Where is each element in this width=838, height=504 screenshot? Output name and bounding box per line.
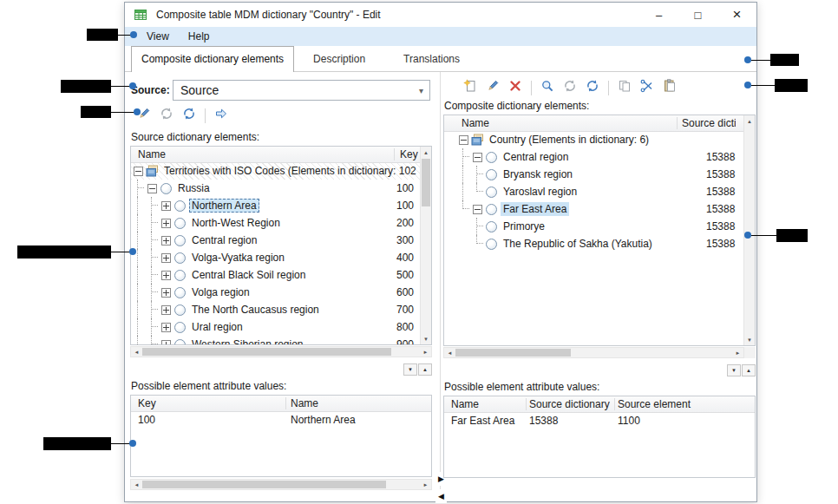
expand-toggle[interactable] (470, 148, 484, 166)
chevron-down-icon[interactable]: ▾ (419, 86, 429, 95)
paste-button[interactable] (658, 77, 681, 98)
tree-row[interactable]: North-West Region 200 (131, 214, 420, 232)
attr-column-name[interactable]: Name (291, 396, 318, 411)
vertical-scrollbar[interactable]: ▲ ▼ (420, 147, 431, 344)
tree-row-root[interactable]: Country (Elements in dictionary: 6) (444, 131, 743, 148)
sync-web-button[interactable] (559, 77, 581, 98)
attr-row[interactable]: 100 Northern Area (131, 411, 431, 429)
tree-row[interactable]: The North Caucasus region 700 (131, 301, 420, 318)
panel-splitter[interactable]: ▶ ◀ (437, 72, 443, 501)
horizontal-scrollbar[interactable]: ◄ ► (443, 347, 744, 358)
composite-tree-rows: Country (Elements in dictionary: 6) Cent… (444, 131, 743, 345)
scroll-right-button[interactable]: ► (420, 347, 431, 357)
maximize-button[interactable]: □ (678, 3, 717, 27)
attr-row[interactable]: Far East Area 15388 1100 (444, 412, 755, 429)
scroll-right-button[interactable]: ► (732, 348, 743, 357)
element-icon (486, 169, 497, 180)
expand-all-button[interactable]: ▲ (742, 364, 756, 376)
expand-toggle[interactable] (159, 318, 173, 336)
search-button[interactable] (536, 77, 559, 98)
refresh-button[interactable] (581, 77, 604, 98)
tree-row[interactable]: Western Siberian region 900 (131, 336, 420, 344)
tree-row-root[interactable]: Territories with ISO Codes (Elements in … (131, 162, 420, 180)
callout-dot (129, 248, 136, 255)
sync-web-button[interactable] (155, 105, 178, 126)
tab-composite-dictionary-elements[interactable]: Composite dictionary elements (131, 46, 294, 72)
expand-toggle[interactable] (145, 180, 159, 197)
expand-toggle[interactable] (159, 197, 173, 214)
column-header-name[interactable]: Name (462, 115, 489, 131)
tree-row[interactable]: Central region 300 (131, 232, 420, 249)
tree-row[interactable]: Bryansk region 15388 (444, 166, 743, 183)
attrs-label: Possible element attribute values: (444, 381, 599, 393)
tree-row[interactable]: Yaroslavl region 15388 (444, 183, 743, 200)
menu-bar: View Help (125, 27, 756, 46)
copy-button[interactable] (613, 77, 636, 98)
tree-row[interactable]: Ural region 800 (131, 318, 420, 336)
expand-toggle[interactable] (159, 301, 173, 318)
column-header-source-dictionary[interactable]: Source dictiona (682, 115, 736, 131)
close-button[interactable]: × (717, 3, 756, 27)
element-icon (486, 152, 497, 163)
expand-toggle[interactable] (159, 214, 173, 232)
expand-toggle[interactable] (159, 266, 173, 284)
attr-column-key[interactable]: Key (138, 396, 156, 411)
expand-toggle[interactable] (456, 131, 470, 148)
attr-column-name[interactable]: Name (451, 396, 479, 412)
scroll-right-button[interactable]: ► (420, 480, 431, 489)
source-combobox[interactable]: Source ▾ (173, 80, 430, 101)
column-header-name[interactable]: Name (138, 147, 166, 162)
attr-column-source-element[interactable]: Source element (618, 396, 691, 412)
expand-all-button[interactable]: ▲ (418, 363, 432, 376)
scroll-left-button[interactable]: ◄ (131, 480, 142, 489)
tree-row[interactable]: Russia 100 (131, 180, 420, 197)
scroll-down-button[interactable]: ▼ (421, 333, 431, 344)
tree-row[interactable]: The Republic of Sakha (Yakutia) 15388 (444, 235, 743, 252)
menu-view[interactable]: View (137, 27, 179, 46)
scroll-thumb[interactable] (455, 349, 571, 357)
tree-row[interactable]: Volga region 600 (131, 284, 420, 301)
scroll-down-button[interactable]: ▼ (744, 334, 755, 345)
scroll-up-button[interactable]: ▲ (421, 147, 431, 158)
expand-toggle[interactable] (470, 200, 484, 218)
column-header-key[interactable]: Key (400, 147, 418, 162)
collapse-all-button[interactable]: ▼ (727, 364, 741, 376)
tree-row[interactable]: Central region 15388 (444, 148, 743, 166)
send-to-composite-button[interactable] (210, 105, 232, 126)
tree-node-label: Territories with ISO Codes (Elements in … (161, 164, 419, 178)
tree-node-label: The North Caucasus region (189, 303, 322, 317)
scroll-thumb[interactable] (142, 481, 386, 488)
tab-translations[interactable]: Translations (384, 47, 479, 71)
expand-toggle[interactable] (159, 232, 173, 249)
expand-toggle[interactable] (159, 284, 173, 301)
vertical-scrollbar[interactable]: ▲ ▼ (743, 115, 755, 345)
pencil-icon (486, 79, 500, 96)
scroll-left-button[interactable]: ◄ (444, 348, 455, 357)
tree-row-selected[interactable]: Northern Area 100 (131, 197, 420, 214)
horizontal-scrollbar[interactable]: ◄ ► (130, 479, 432, 490)
minimize-button[interactable]: – (639, 3, 678, 27)
edit-element-button[interactable] (481, 77, 504, 98)
add-element-button[interactable] (459, 77, 481, 98)
callout-dot (744, 232, 751, 239)
expand-toggle[interactable] (131, 162, 145, 180)
attr-column-source-dictionary[interactable]: Source dictionary (529, 396, 610, 412)
expand-toggle[interactable] (159, 336, 173, 344)
scroll-up-button[interactable]: ▲ (744, 115, 755, 127)
refresh-button[interactable] (178, 105, 200, 126)
expand-toggle[interactable] (159, 249, 173, 266)
collapse-all-button[interactable]: ▼ (403, 363, 417, 376)
tab-description[interactable]: Description (294, 47, 384, 71)
tree-row[interactable]: Volga-Vyatka region 400 (131, 249, 420, 266)
cut-button[interactable] (636, 77, 658, 98)
scroll-thumb[interactable] (142, 348, 391, 356)
menu-help[interactable]: Help (179, 27, 219, 46)
scroll-thumb[interactable] (422, 159, 430, 206)
scroll-left-button[interactable]: ◄ (131, 347, 142, 357)
delete-element-button[interactable] (504, 77, 527, 98)
tree-row[interactable]: Central Black Soil region 500 (131, 266, 420, 284)
horizontal-scrollbar[interactable]: ◄ ► (130, 346, 432, 357)
tree-guide (470, 235, 484, 252)
tree-row-selected[interactable]: Far East Area 15388 (444, 200, 743, 218)
tree-row[interactable]: Primorye 15388 (444, 218, 743, 235)
